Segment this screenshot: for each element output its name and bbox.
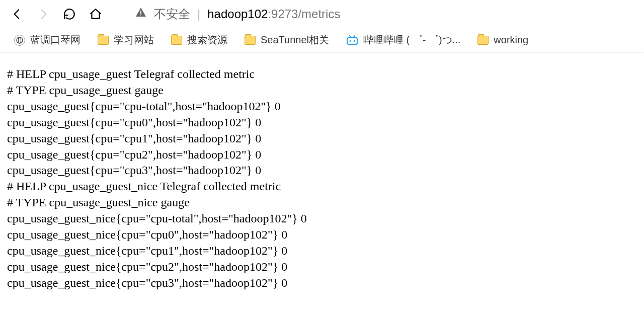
bookmark-item[interactable]: SeaTunnel相关 (245, 33, 329, 47)
forward-button[interactable] (36, 7, 50, 21)
folder-icon (245, 36, 256, 45)
bookmark-label: SeaTunnel相关 (261, 33, 329, 47)
bookmark-label: 学习网站 (114, 33, 154, 47)
address-separator: | (197, 7, 200, 21)
address-bar[interactable]: 不安全 | hadoop102:9273/metrics (135, 6, 340, 22)
folder-icon (477, 36, 489, 45)
reload-button[interactable] (62, 7, 76, 21)
metrics-output: # HELP cpu_usage_guest Telegraf collecte… (0, 52, 644, 298)
url-host: hadoop102 (207, 7, 268, 21)
svg-point-3 (18, 37, 21, 43)
folder-icon (98, 36, 109, 45)
bookmark-label: 蓝调口琴网 (30, 33, 80, 47)
home-button[interactable] (89, 7, 103, 21)
bookmark-item[interactable]: 搜索资源 (171, 33, 227, 47)
browser-toolbar: 不安全 | hadoop102:9273/metrics (0, 0, 644, 28)
bookmarks-bar: 蓝调口琴网 学习网站 搜索资源 SeaTunnel相关 哔哩哔哩 ( ゜- ゜)… (0, 28, 644, 52)
bookmark-item[interactable]: 哔哩哔哩 ( ゜- ゜)つ... (346, 33, 460, 47)
security-label: 不安全 (154, 6, 190, 22)
svg-rect-0 (140, 11, 141, 14)
not-secure-icon (135, 7, 147, 22)
bookmark-item[interactable]: 蓝调口琴网 (14, 33, 80, 47)
bookmark-item[interactable]: 学习网站 (98, 33, 154, 47)
folder-icon (171, 36, 182, 45)
bookmark-label: 哔哩哔哩 ( ゜- ゜)つ... (363, 33, 460, 47)
bookmark-label: 搜索资源 (187, 33, 227, 47)
back-button[interactable] (10, 7, 24, 21)
svg-point-2 (17, 37, 23, 43)
bookmark-label: working (494, 34, 528, 46)
svg-rect-4 (347, 38, 357, 44)
bilibili-icon (346, 35, 358, 45)
bookmark-item[interactable]: working (477, 34, 528, 46)
url-path: :9273/metrics (268, 7, 340, 21)
svg-rect-1 (140, 14, 141, 15)
site-icon (14, 35, 25, 46)
